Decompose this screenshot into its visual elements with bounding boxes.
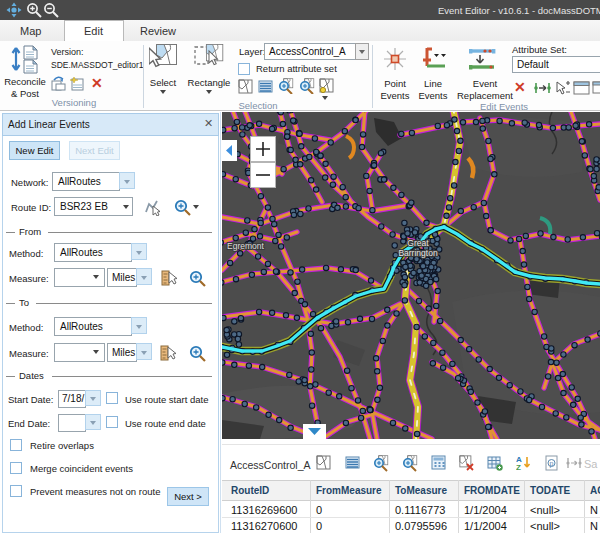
svg-text:p: p	[550, 460, 554, 468]
svg-text:Egremont: Egremont	[227, 241, 264, 251]
svg-text:Z: Z	[516, 463, 521, 471]
svg-text:Barrington: Barrington	[398, 248, 437, 258]
svg-text:Great: Great	[407, 238, 429, 248]
